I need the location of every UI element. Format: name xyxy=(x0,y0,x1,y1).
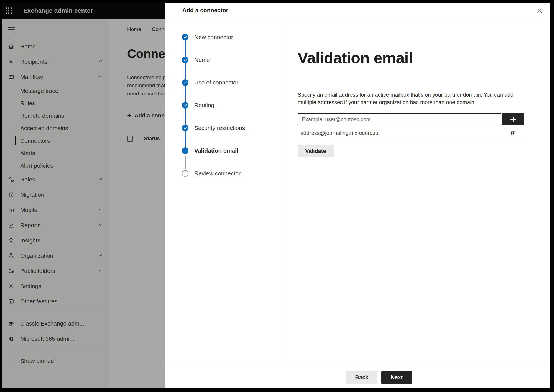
added-address-row: address@journaling.mxrecord.io xyxy=(298,125,524,141)
app-window: Exchange admin center Home Recipients xyxy=(2,3,550,388)
validate-button[interactable]: Validate xyxy=(298,145,334,157)
next-button[interactable]: Next xyxy=(381,371,412,384)
close-icon xyxy=(536,7,543,14)
step-security-restrictions[interactable]: Security restrictions xyxy=(182,125,282,147)
delete-address-button[interactable] xyxy=(509,130,516,136)
step-validation-email[interactable]: Validation email xyxy=(182,147,282,170)
email-address-input[interactable] xyxy=(298,113,501,125)
step-complete-icon xyxy=(182,34,188,40)
step-name[interactable]: Name xyxy=(182,57,282,79)
add-email-button[interactable] xyxy=(502,113,524,125)
step-current-icon xyxy=(182,147,188,154)
validation-email-step: Validation email Specify an email addres… xyxy=(282,18,550,367)
step-complete-icon xyxy=(182,125,188,131)
add-connector-panel: Add a connector New connector xyxy=(165,3,550,388)
step-description: Specify an email address for an active m… xyxy=(298,91,524,106)
step-new-connector[interactable]: New connector xyxy=(182,34,282,57)
panel-header: Add a connector xyxy=(165,3,550,18)
step-complete-icon xyxy=(182,79,188,86)
step-routing[interactable]: Routing xyxy=(182,102,282,125)
panel-title: Add a connector xyxy=(182,7,228,14)
step-complete-icon xyxy=(182,57,188,63)
step-use-of-connector[interactable]: Use of connector xyxy=(182,79,282,102)
step-complete-icon xyxy=(182,102,188,109)
step-review-connector[interactable]: Review connector xyxy=(182,170,282,177)
step-heading: Validation email xyxy=(298,49,524,67)
trash-icon xyxy=(510,130,516,136)
added-address: address@journaling.mxrecord.io xyxy=(300,130,509,136)
panel-footer: Back Next xyxy=(165,367,550,388)
back-button[interactable]: Back xyxy=(346,371,377,384)
close-button[interactable] xyxy=(535,7,544,15)
wizard-steps: New connector Name Use of connector xyxy=(165,18,282,367)
step-upcoming-icon xyxy=(182,170,188,177)
plus-icon xyxy=(509,116,517,123)
